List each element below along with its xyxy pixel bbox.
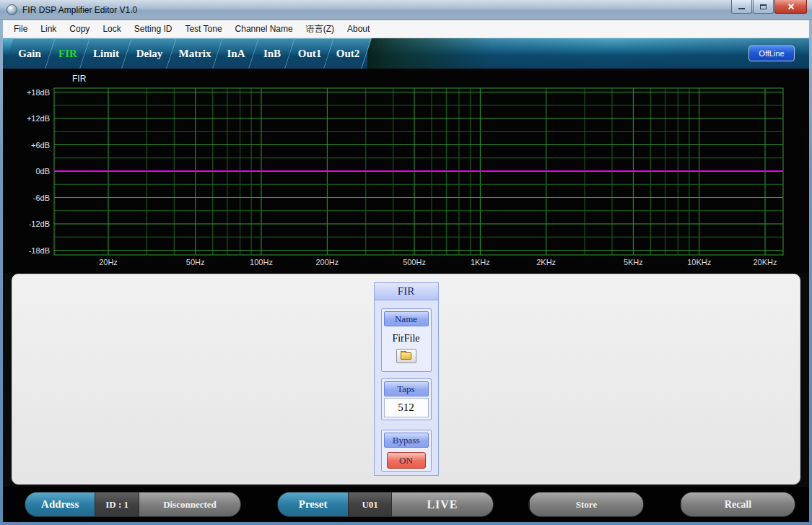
tab-out1[interactable]: Out1 [290, 38, 329, 69]
preset-button[interactable]: Preset [278, 493, 348, 516]
svg-text:+6dB: +6dB [31, 141, 50, 149]
tab-limit[interactable]: Limit [85, 38, 127, 69]
svg-text:+12dB: +12dB [27, 114, 50, 123]
svg-text:10KHz: 10KHz [687, 258, 711, 266]
preset-group: Preset U01 LIVE [277, 492, 494, 517]
tab-bar: Gain FIR Limit Delay Matrix InA InB Out1… [3, 38, 809, 69]
menu-item-about[interactable]: About [341, 24, 376, 34]
menu-item-setting-id[interactable]: Setting ID [128, 24, 179, 34]
app-icon [6, 4, 17, 15]
control-panel: FIR Name FirFile Taps 512 Bypass ON [12, 274, 800, 485]
tab-ina[interactable]: InA [218, 38, 254, 69]
footer-bar: Address ID : 1 Disconnected Preset U01 L… [3, 487, 809, 522]
close-icon [787, 2, 795, 11]
svg-text:-18dB: -18dB [29, 246, 50, 255]
tab-out2[interactable]: Out2 [329, 38, 367, 69]
svg-text:20KHz: 20KHz [753, 258, 777, 266]
bypass-group: Bypass ON [381, 430, 432, 472]
fir-panel: FIR Name FirFile Taps 512 Bypass ON [374, 282, 439, 476]
svg-text:500Hz: 500Hz [403, 258, 426, 266]
svg-text:-12dB: -12dB [29, 220, 50, 228]
address-button[interactable]: Address [25, 493, 95, 516]
svg-text:20Hz: 20Hz [99, 258, 118, 266]
name-header: Name [384, 311, 429, 326]
taps-group: Taps 512 [381, 378, 432, 420]
svg-text:+18dB: +18dB [27, 88, 50, 97]
menu-item-test-tone[interactable]: Test Tone [178, 24, 228, 34]
recall-button[interactable]: Recall [681, 493, 795, 516]
address-group: Address ID : 1 Disconnected [25, 492, 241, 517]
fir-file-name: FirFile [384, 333, 429, 344]
taps-header: Taps [384, 381, 429, 396]
frequency-response-graph: +18dB+12dB+6dB0dB-6dB-12dB-18dB20Hz50Hz1… [3, 69, 809, 273]
menu-item-file[interactable]: File [7, 24, 34, 34]
tab-gain[interactable]: Gain [9, 38, 51, 69]
fir-panel-title: FIR [375, 283, 438, 300]
control-area: FIR Name FirFile Taps 512 Bypass ON [3, 273, 809, 487]
tab-fir[interactable]: FIR [51, 38, 85, 69]
minimize-icon [738, 8, 745, 9]
menu-item-channel-name[interactable]: Channel Name [229, 24, 300, 34]
connection-status: Disconnected [139, 493, 240, 516]
app-window: FIR DSP Amplifier Editor V1.0 File Link … [0, 0, 812, 525]
svg-text:2KHz: 2KHz [536, 258, 556, 266]
tab-inb[interactable]: InB [254, 38, 290, 69]
svg-text:FIR: FIR [72, 74, 87, 84]
menu-item-lock[interactable]: Lock [96, 24, 127, 34]
maximize-button[interactable] [753, 0, 774, 14]
taps-value[interactable]: 512 [384, 398, 429, 417]
minimize-button[interactable] [731, 0, 752, 14]
tab-delay[interactable]: Delay [127, 38, 172, 69]
menu-item-language[interactable]: 语言(Z) [300, 23, 341, 35]
title-bar: FIR DSP Amplifier Editor V1.0 [0, 0, 812, 20]
live-mode-button[interactable]: LIVE [391, 493, 493, 516]
frequency-response-svg: +18dB+12dB+6dB0dB-6dB-12dB-18dB20Hz50Hz1… [3, 69, 809, 273]
svg-text:0dB: 0dB [35, 167, 50, 175]
browse-file-button[interactable] [396, 349, 416, 363]
maximize-icon [760, 4, 767, 9]
svg-text:5KHz: 5KHz [624, 258, 643, 266]
bypass-header: Bypass [384, 433, 429, 448]
store-pill: Store [528, 492, 644, 517]
svg-text:50Hz: 50Hz [186, 258, 205, 266]
svg-text:1KHz: 1KHz [471, 258, 490, 266]
folder-icon [401, 352, 411, 360]
recall-pill: Recall [680, 492, 795, 517]
tabbar-background [367, 38, 809, 69]
store-button[interactable]: Store [529, 493, 643, 516]
preset-slot: U01 [348, 493, 391, 516]
id-badge: ID : 1 [95, 493, 139, 516]
menu-item-link[interactable]: Link [34, 24, 63, 34]
menu-item-copy[interactable]: Copy [63, 24, 96, 34]
menu-bar: File Link Copy Lock Setting ID Test Tone… [3, 20, 809, 38]
svg-text:100Hz: 100Hz [250, 258, 273, 266]
svg-text:-6dB: -6dB [33, 194, 50, 202]
tab-matrix[interactable]: Matrix [172, 38, 218, 69]
bypass-on-button[interactable]: ON [387, 452, 426, 469]
name-group: Name FirFile [381, 308, 432, 372]
offline-button[interactable]: OffLine [748, 45, 795, 61]
window-title: FIR DSP Amplifier Editor V1.0 [22, 5, 137, 15]
svg-text:200Hz: 200Hz [315, 258, 339, 266]
close-button[interactable] [774, 0, 807, 14]
